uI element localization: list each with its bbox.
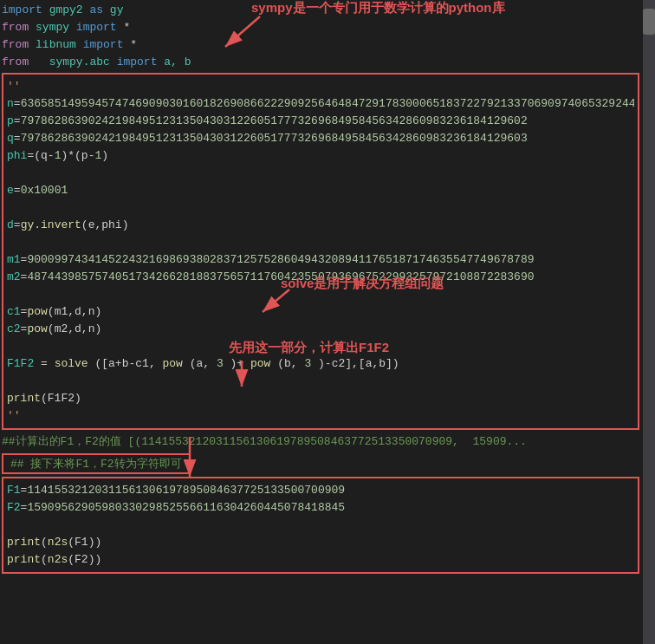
import-star-1: * [123, 21, 130, 34]
n-assignment: n=63658514959457474690903016018269086622… [7, 95, 634, 113]
print-f1f2: print(F1F2) [7, 390, 634, 407]
result-comment-line: ##计算出的F1，F2的值 [(114155321203115613061978… [0, 432, 655, 452]
triple-quote-open: '' [7, 78, 634, 95]
arrow-to-box3 [172, 435, 207, 483]
keyword-import-3: import [83, 38, 124, 51]
arrow-solve [259, 288, 294, 318]
box2-label-text: ## 接下来将F1，F2转为字符即可 [10, 458, 182, 471]
keyword-import: import [2, 3, 42, 16]
module-gmpy2: gmpy2 [49, 3, 90, 16]
module-sympy: sympy [36, 21, 76, 34]
import-section: import gmpy2 as gy from sympy import * f… [0, 0, 655, 71]
box-section-3: F1=1141553212031156130619789508463772513… [2, 477, 639, 574]
module-sympy-abc: sympy.abc [36, 55, 117, 68]
keyword-import-4: import [117, 55, 158, 68]
arrow-1 [221, 12, 264, 55]
phi-assignment: phi=(q-1)*(p-1) [7, 147, 634, 165]
blank-box3 [7, 517, 634, 534]
import-line-3: from libnum import * [2, 36, 639, 54]
import-ab: a, b [164, 55, 191, 68]
f2-value: F2=1590956290598033029852556611630426044… [7, 499, 634, 517]
print-n2s-f1: print(n2s(F1)) [7, 534, 634, 551]
c1-assignment: c1=pow(m1,d,n) [7, 303, 634, 321]
box-label-line: ## 接下来将F1，F2转为字符即可 [0, 452, 655, 475]
box-section-1: '' n=63658514959457474690903016018269086… [2, 73, 639, 430]
keyword-from-2: from [2, 38, 29, 51]
m1-assignment: m1=9000997434145224321698693802837125752… [7, 251, 634, 269]
triple-quote-close: '' [7, 407, 634, 425]
import-line-2: from sympy import * [2, 19, 639, 36]
module-libnum: libnum [36, 38, 83, 51]
blank-1 [7, 165, 634, 182]
print-n2s-f2: print(n2s(F2)) [7, 551, 634, 569]
svg-line-3 [263, 289, 289, 312]
keyword-from-1: from [2, 21, 29, 34]
blank-6 [7, 373, 634, 390]
f1-value: F1=1141553212031156130619789508463772513… [7, 482, 634, 499]
import-star-2: * [130, 38, 137, 51]
f1f2-solve-line: F1F2 = solve ([a+b-c1, pow (a, 3 )+ pow … [7, 355, 634, 373]
arrow-calc [229, 359, 263, 394]
annotation-calc-f1f2: 先用这一部分，计算出F1F2 [229, 340, 389, 356]
svg-line-1 [225, 16, 260, 47]
e-assignment: e=0x10001 [7, 182, 634, 199]
c2-assignment: c2=pow(m2,d,n) [7, 321, 634, 338]
keyword-from-3: from [2, 55, 29, 68]
import-line-4: from sympy.abc import a, b [2, 54, 639, 71]
blank-2 [7, 199, 634, 217]
d-assignment: d=gy.invert(e,phi) [7, 217, 634, 234]
q-assignment: q=79786286390242198495123135043031226051… [7, 130, 634, 147]
blank-3 [7, 234, 634, 251]
keyword-as: as [89, 3, 103, 16]
keyword-import-2: import [76, 21, 117, 34]
p-assignment: p=79786286390242198495123135043031226051… [7, 113, 634, 130]
alias-gy: gy [110, 3, 124, 16]
annotation-solve: solve是用于解决方程组问题 [281, 276, 444, 292]
annotation-sympy: sympy是一个专门用于数学计算的python库 [251, 0, 505, 16]
